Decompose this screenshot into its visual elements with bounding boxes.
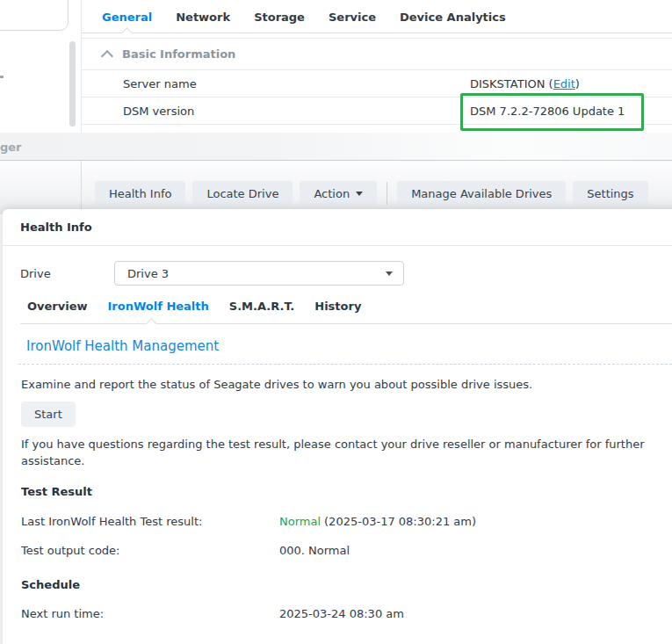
last-test-result-row: Last IronWolf Health Test result: Normal… [21, 515, 672, 528]
tab-general[interactable]: General [102, 11, 152, 24]
section-title: Basic Information [122, 47, 235, 61]
storage-manager-toolbar: Health Info Locate Drive Action Manage A… [0, 160, 672, 214]
drive-select-value: Drive 3 [127, 267, 169, 280]
last-test-result-value: Normal(2025-03-17 08:30:21 am) [279, 515, 476, 528]
manage-available-drives-button[interactable]: Manage Available Drives [397, 181, 566, 206]
tab-smart[interactable]: S.M.A.R.T. [229, 300, 294, 313]
health-info-dialog: Health Info Drive Drive 3 Overview IronW… [3, 209, 672, 644]
test-output-code-value: 000. Normal [279, 544, 350, 557]
active-tab-notch [121, 27, 133, 39]
start-button[interactable]: Start [21, 402, 76, 427]
next-run-time-label: Next run time: [21, 607, 279, 620]
server-name-label: Server name [123, 77, 470, 90]
schedule-heading: Schedule [21, 578, 672, 591]
tab-ironwolf-health[interactable]: IronWolf Health [108, 300, 209, 313]
next-run-time-value: 2025-03-24 08:30 am [279, 607, 404, 620]
dsm-version-row: DSM version DSM 7.2.2-72806 Update 1 [82, 98, 672, 125]
caret-down-icon [386, 271, 393, 276]
basic-information-header[interactable]: Basic Information [82, 39, 672, 70]
status-normal: Normal [279, 515, 321, 528]
note-text: If you have questions regarding the test… [21, 436, 672, 469]
dialog-tab-strip: Overview IronWolf Health S.M.A.R.T. Hist… [20, 300, 672, 324]
dialog-title: Health Info [3, 209, 672, 246]
action-dropdown-button[interactable]: Action [300, 181, 377, 206]
settings-window-fragment: General Network Storage Service Device A… [0, 0, 672, 133]
server-name-suffix: ) [575, 77, 580, 90]
last-test-result-label: Last IronWolf Health Test result: [21, 515, 279, 528]
test-output-code-row: Test output code: 000. Normal [21, 544, 672, 557]
tab-network[interactable]: Network [176, 11, 230, 24]
clipped-text-fragment [0, 76, 4, 78]
sidebar-scrollbar-thumb[interactable] [69, 41, 76, 127]
server-name-text: DISKSTATION ( [470, 77, 553, 90]
test-result-heading: Test Result [21, 485, 672, 498]
drive-select-row: Drive Drive 3 [20, 261, 672, 286]
settings-tabs-area: General Network Storage Service Device A… [82, 0, 672, 125]
settings-tab-strip: General Network Storage Service Device A… [82, 0, 672, 33]
next-run-time-row: Next run time: 2025-03-24 08:30 am [21, 607, 672, 620]
locate-drive-button[interactable]: Locate Drive [192, 181, 293, 206]
manage-available-drives-label: Manage Available Drives [411, 187, 552, 200]
settings-button-label: Settings [587, 187, 633, 200]
tab-storage[interactable]: Storage [254, 11, 305, 24]
test-output-code-label: Test output code: [21, 544, 279, 557]
dsm-version-value: DSM 7.2.2-72806 Update 1 [470, 105, 625, 118]
settings-button[interactable]: Settings [573, 181, 647, 206]
storage-manager-title-fragment: ger [0, 141, 22, 154]
tab-overview[interactable]: Overview [27, 300, 88, 313]
toolbar-separator [387, 182, 387, 205]
dashed-divider [18, 364, 672, 365]
caret-down-icon [356, 192, 363, 196]
server-name-row: Server name DISKSTATION (Edit) [82, 70, 672, 98]
action-button-label: Action [314, 187, 350, 200]
tab-service[interactable]: Service [329, 11, 376, 24]
search-input-fragment[interactable] [0, 0, 69, 31]
locate-drive-button-label: Locate Drive [206, 187, 278, 200]
health-info-button-label: Health Info [109, 187, 171, 200]
dsm-version-label: DSM version [123, 105, 470, 118]
toolbar-divider [81, 161, 82, 214]
edit-link[interactable]: Edit [553, 77, 575, 90]
tab-device-analytics[interactable]: Device Analytics [400, 11, 506, 24]
screen: General Network Storage Service Device A… [0, 0, 672, 644]
health-info-button[interactable]: Health Info [95, 181, 185, 206]
server-name-value: DISKSTATION (Edit) [470, 77, 580, 90]
chevron-up-icon [101, 49, 113, 62]
drive-label: Drive [20, 267, 114, 280]
basic-information-section: Basic Information Server name DISKSTATIO… [82, 38, 672, 125]
description-text: Examine and report the status of Seagate… [21, 378, 672, 391]
toolbar-buttons: Health Info Locate Drive Action Manage A… [95, 181, 648, 206]
drive-select[interactable]: Drive 3 [114, 261, 404, 286]
active-tab-notch [146, 318, 157, 329]
ironwolf-health-heading: IronWolf Health Management [26, 338, 672, 354]
desktop-gap: ger [0, 133, 672, 160]
tab-history[interactable]: History [314, 300, 361, 313]
dialog-body: Drive Drive 3 Overview IronWolf Health S… [3, 261, 672, 620]
status-timestamp: (2025-03-17 08:30:21 am) [324, 515, 476, 528]
